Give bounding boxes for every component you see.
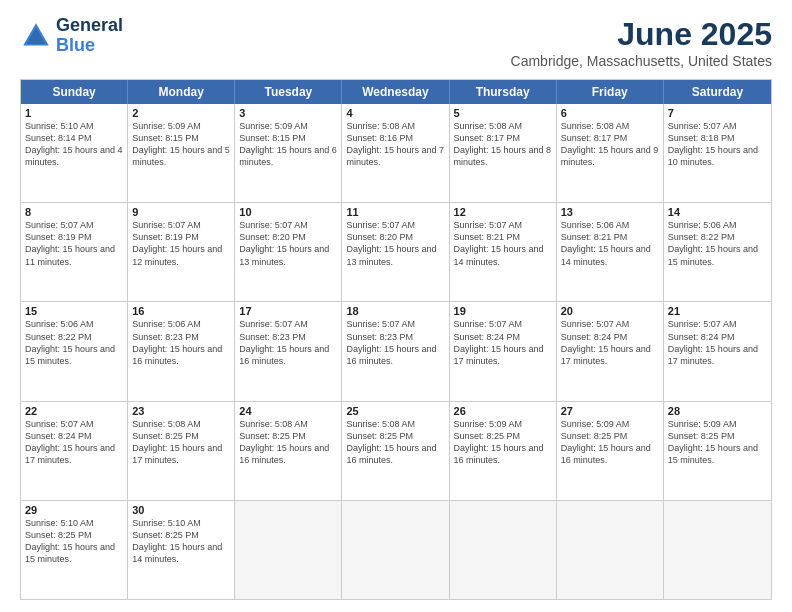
header-cell-thursday: Thursday: [450, 80, 557, 104]
calendar-title: June 2025: [511, 16, 772, 53]
sunrise-line: Sunrise: 5:09 AM: [132, 120, 230, 132]
calendar-cell: 26 Sunrise: 5:09 AM Sunset: 8:25 PM Dayl…: [450, 402, 557, 500]
calendar-cell: 1 Sunrise: 5:10 AM Sunset: 8:14 PM Dayli…: [21, 104, 128, 202]
sunset-line: Sunset: 8:25 PM: [132, 430, 230, 442]
day-number: 9: [132, 206, 230, 218]
calendar-cell: 7 Sunrise: 5:07 AM Sunset: 8:18 PM Dayli…: [664, 104, 771, 202]
logo: General Blue: [20, 16, 123, 56]
sunrise-line: Sunrise: 5:07 AM: [454, 219, 552, 231]
day-number: 14: [668, 206, 767, 218]
calendar-cell: 30 Sunrise: 5:10 AM Sunset: 8:25 PM Dayl…: [128, 501, 235, 599]
header: General Blue June 2025 Cambridge, Massac…: [20, 16, 772, 69]
calendar-cell: 14 Sunrise: 5:06 AM Sunset: 8:22 PM Dayl…: [664, 203, 771, 301]
sunrise-line: Sunrise: 5:09 AM: [668, 418, 767, 430]
calendar-row-5: 29 Sunrise: 5:10 AM Sunset: 8:25 PM Dayl…: [21, 501, 771, 599]
sunrise-line: Sunrise: 5:08 AM: [239, 418, 337, 430]
sunrise-line: Sunrise: 5:07 AM: [239, 318, 337, 330]
sunrise-line: Sunrise: 5:07 AM: [561, 318, 659, 330]
sunset-line: Sunset: 8:24 PM: [668, 331, 767, 343]
calendar-row-4: 22 Sunrise: 5:07 AM Sunset: 8:24 PM Dayl…: [21, 402, 771, 501]
sunrise-line: Sunrise: 5:10 AM: [25, 517, 123, 529]
logo-blue: Blue: [56, 35, 95, 55]
sunrise-line: Sunrise: 5:06 AM: [668, 219, 767, 231]
daylight-line: Daylight: 15 hours and 16 minutes.: [346, 442, 444, 466]
sunset-line: Sunset: 8:23 PM: [132, 331, 230, 343]
day-number: 12: [454, 206, 552, 218]
calendar-row-2: 8 Sunrise: 5:07 AM Sunset: 8:19 PM Dayli…: [21, 203, 771, 302]
sunset-line: Sunset: 8:24 PM: [25, 430, 123, 442]
sunset-line: Sunset: 8:15 PM: [239, 132, 337, 144]
sunrise-line: Sunrise: 5:07 AM: [668, 120, 767, 132]
sunset-line: Sunset: 8:20 PM: [346, 231, 444, 243]
calendar-cell: 28 Sunrise: 5:09 AM Sunset: 8:25 PM Dayl…: [664, 402, 771, 500]
header-cell-monday: Monday: [128, 80, 235, 104]
daylight-line: Daylight: 15 hours and 15 minutes.: [25, 541, 123, 565]
sunset-line: Sunset: 8:25 PM: [668, 430, 767, 442]
day-number: 25: [346, 405, 444, 417]
sunrise-line: Sunrise: 5:06 AM: [561, 219, 659, 231]
daylight-line: Daylight: 15 hours and 11 minutes.: [25, 243, 123, 267]
daylight-line: Daylight: 15 hours and 16 minutes.: [239, 442, 337, 466]
sunrise-line: Sunrise: 5:08 AM: [561, 120, 659, 132]
sunset-line: Sunset: 8:23 PM: [346, 331, 444, 343]
day-number: 30: [132, 504, 230, 516]
sunrise-line: Sunrise: 5:07 AM: [25, 219, 123, 231]
calendar-cell: 23 Sunrise: 5:08 AM Sunset: 8:25 PM Dayl…: [128, 402, 235, 500]
sunrise-line: Sunrise: 5:07 AM: [25, 418, 123, 430]
calendar-cell: 5 Sunrise: 5:08 AM Sunset: 8:17 PM Dayli…: [450, 104, 557, 202]
calendar-cell: 19 Sunrise: 5:07 AM Sunset: 8:24 PM Dayl…: [450, 302, 557, 400]
day-number: 2: [132, 107, 230, 119]
daylight-line: Daylight: 15 hours and 16 minutes.: [132, 343, 230, 367]
header-cell-wednesday: Wednesday: [342, 80, 449, 104]
page: General Blue June 2025 Cambridge, Massac…: [0, 0, 792, 612]
day-number: 8: [25, 206, 123, 218]
daylight-line: Daylight: 15 hours and 8 minutes.: [454, 144, 552, 168]
calendar-cell: 29 Sunrise: 5:10 AM Sunset: 8:25 PM Dayl…: [21, 501, 128, 599]
calendar-cell: 6 Sunrise: 5:08 AM Sunset: 8:17 PM Dayli…: [557, 104, 664, 202]
daylight-line: Daylight: 15 hours and 15 minutes.: [668, 442, 767, 466]
sunrise-line: Sunrise: 5:10 AM: [132, 517, 230, 529]
sunrise-line: Sunrise: 5:09 AM: [239, 120, 337, 132]
day-number: 22: [25, 405, 123, 417]
sunset-line: Sunset: 8:22 PM: [25, 331, 123, 343]
header-cell-friday: Friday: [557, 80, 664, 104]
sunset-line: Sunset: 8:25 PM: [25, 529, 123, 541]
day-number: 7: [668, 107, 767, 119]
daylight-line: Daylight: 15 hours and 6 minutes.: [239, 144, 337, 168]
calendar-cell: 10 Sunrise: 5:07 AM Sunset: 8:20 PM Dayl…: [235, 203, 342, 301]
header-cell-tuesday: Tuesday: [235, 80, 342, 104]
daylight-line: Daylight: 15 hours and 5 minutes.: [132, 144, 230, 168]
sunrise-line: Sunrise: 5:07 AM: [668, 318, 767, 330]
sunset-line: Sunset: 8:25 PM: [346, 430, 444, 442]
sunset-line: Sunset: 8:17 PM: [454, 132, 552, 144]
calendar-cell: 27 Sunrise: 5:09 AM Sunset: 8:25 PM Dayl…: [557, 402, 664, 500]
day-number: 10: [239, 206, 337, 218]
sunset-line: Sunset: 8:19 PM: [25, 231, 123, 243]
daylight-line: Daylight: 15 hours and 9 minutes.: [561, 144, 659, 168]
calendar-cell: 20 Sunrise: 5:07 AM Sunset: 8:24 PM Dayl…: [557, 302, 664, 400]
day-number: 1: [25, 107, 123, 119]
calendar-cell: 21 Sunrise: 5:07 AM Sunset: 8:24 PM Dayl…: [664, 302, 771, 400]
daylight-line: Daylight: 15 hours and 4 minutes.: [25, 144, 123, 168]
calendar-cell: 25 Sunrise: 5:08 AM Sunset: 8:25 PM Dayl…: [342, 402, 449, 500]
calendar-cell: 16 Sunrise: 5:06 AM Sunset: 8:23 PM Dayl…: [128, 302, 235, 400]
daylight-line: Daylight: 15 hours and 15 minutes.: [668, 243, 767, 267]
sunrise-line: Sunrise: 5:07 AM: [346, 219, 444, 231]
sunset-line: Sunset: 8:20 PM: [239, 231, 337, 243]
day-number: 19: [454, 305, 552, 317]
day-number: 5: [454, 107, 552, 119]
sunrise-line: Sunrise: 5:08 AM: [346, 120, 444, 132]
sunrise-line: Sunrise: 5:08 AM: [132, 418, 230, 430]
daylight-line: Daylight: 15 hours and 14 minutes.: [454, 243, 552, 267]
calendar-cell: [342, 501, 449, 599]
calendar-row-1: 1 Sunrise: 5:10 AM Sunset: 8:14 PM Dayli…: [21, 104, 771, 203]
title-area: June 2025 Cambridge, Massachusetts, Unit…: [511, 16, 772, 69]
day-number: 4: [346, 107, 444, 119]
day-number: 11: [346, 206, 444, 218]
calendar-cell: 8 Sunrise: 5:07 AM Sunset: 8:19 PM Dayli…: [21, 203, 128, 301]
sunrise-line: Sunrise: 5:10 AM: [25, 120, 123, 132]
calendar-subtitle: Cambridge, Massachusetts, United States: [511, 53, 772, 69]
daylight-line: Daylight: 15 hours and 17 minutes.: [25, 442, 123, 466]
sunset-line: Sunset: 8:25 PM: [132, 529, 230, 541]
calendar-body: 1 Sunrise: 5:10 AM Sunset: 8:14 PM Dayli…: [21, 104, 771, 599]
